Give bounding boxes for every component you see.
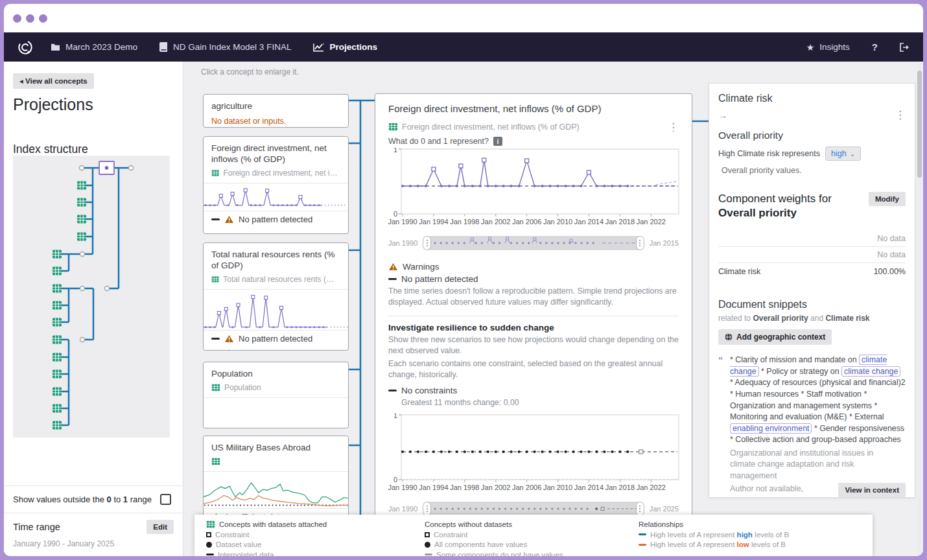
svg-text:Jan 1998: Jan 1998 xyxy=(450,218,479,226)
concept-card[interactable]: US Military Bases AbroadInsufficient dat… xyxy=(203,436,349,519)
chevron-left-icon: ◂ xyxy=(19,77,25,85)
concept-detail-panel[interactable]: Foreign direct investment, net inflows (… xyxy=(375,93,692,518)
scrollbar-thumb[interactable] xyxy=(917,71,922,178)
kebab-menu-icon[interactable]: ⋮ xyxy=(895,108,906,122)
logout-icon xyxy=(900,43,910,52)
svg-text:Jan 2022: Jan 2022 xyxy=(637,218,666,226)
concept-node[interactable] xyxy=(129,166,134,170)
scenario-chart[interactable]: 10Jan 1990Jan 1994Jan 1998Jan 2002Jan 20… xyxy=(388,414,680,494)
dataset-node[interactable] xyxy=(53,301,62,310)
svg-text:Jan 2006: Jan 2006 xyxy=(512,218,541,226)
concept-node[interactable] xyxy=(80,286,85,291)
nav-projections[interactable]: Projections xyxy=(313,42,377,52)
legend-item: All components have values xyxy=(425,540,563,550)
detail-dataset-row: Foreign direct investment, net inflows (… xyxy=(388,122,679,132)
index-structure-tree[interactable] xyxy=(13,156,170,438)
view-in-context-button[interactable]: View in context xyxy=(838,483,906,497)
app-logo[interactable] xyxy=(17,39,34,56)
concept-card[interactable]: agricultureNo dataset or inputs. xyxy=(203,94,349,128)
projection-chart[interactable]: 10Jan 1990Jan 1994Jan 1998Jan 2002Jan 20… xyxy=(388,148,680,228)
dataset-node[interactable] xyxy=(77,181,86,190)
card-sparkline xyxy=(204,289,348,331)
legend-item: Some components do not have values xyxy=(425,550,563,556)
nav-help[interactable]: ? xyxy=(872,41,878,52)
slider-track[interactable] xyxy=(423,502,644,516)
kebab-menu-icon[interactable]: ⋮ xyxy=(668,122,679,132)
svg-text:Jan 2022: Jan 2022 xyxy=(637,484,666,491)
table-icon xyxy=(211,457,220,466)
card-sparkline xyxy=(204,471,348,509)
dataset-node[interactable] xyxy=(53,285,62,293)
snippet-source: Organizational and institutional issues … xyxy=(730,448,895,482)
highlighted-term[interactable]: climate change xyxy=(841,366,900,377)
legend-header: Relationships xyxy=(639,519,789,530)
dataset-node[interactable] xyxy=(53,370,62,379)
edit-time-range-button[interactable]: Edit xyxy=(147,520,174,534)
dash-icon xyxy=(425,554,432,555)
modify-weights-button[interactable]: Modify xyxy=(869,192,906,206)
concept-card-title: Total natural resources rents (% of GDP) xyxy=(204,243,348,275)
svg-text:0: 0 xyxy=(393,210,397,218)
value-dot-icon xyxy=(206,542,212,548)
window-control-dot[interactable] xyxy=(39,14,47,23)
view-all-concepts-button[interactable]: ◂ View all concepts xyxy=(13,73,94,89)
sidebar: ◂ View all concepts Projections Index st… xyxy=(4,62,183,556)
window-control-dot[interactable] xyxy=(26,14,34,23)
dataset-node[interactable] xyxy=(77,233,86,241)
dataset-node[interactable] xyxy=(53,388,62,396)
slider-handle-left[interactable] xyxy=(423,502,431,516)
card-dataset-label: Population xyxy=(224,383,261,392)
concept-card[interactable]: Total natural resources rents (% of GDP)… xyxy=(203,242,349,351)
concept-node[interactable] xyxy=(105,286,110,291)
nav-logout[interactable] xyxy=(900,43,910,52)
dataset-node[interactable] xyxy=(53,336,62,344)
index-structure-heading: Index structure xyxy=(13,143,183,156)
nav-model[interactable]: ND Gain Index Model 3 FINAL xyxy=(159,42,291,52)
concept-node[interactable] xyxy=(80,252,85,257)
dataset-node[interactable] xyxy=(77,215,86,224)
dataset-node[interactable] xyxy=(53,404,62,413)
legend-item: Constraint xyxy=(206,530,327,540)
time-range-slider: Jan 1990 Jan 2015 xyxy=(388,236,679,250)
dataset-node[interactable] xyxy=(53,353,62,362)
concept-node[interactable] xyxy=(80,166,84,170)
legend-item-label: Interpolated data xyxy=(218,551,274,556)
represents-dropdown[interactable]: high⌄ xyxy=(825,146,861,161)
legend-item-label: Dataset value xyxy=(216,541,261,548)
window-control-dot[interactable] xyxy=(13,14,21,23)
concept-card[interactable]: Foreign direct investment, net inflows (… xyxy=(203,136,349,234)
svg-text:Jan 1994: Jan 1994 xyxy=(419,484,448,491)
concept-node[interactable] xyxy=(80,338,85,342)
detail-title: Foreign direct investment, net inflows (… xyxy=(388,103,679,114)
detail-dataset-label: Foreign direct investment, net inflows (… xyxy=(402,122,580,132)
slider-track[interactable] xyxy=(423,236,644,250)
target-concept-title: Overall priority xyxy=(718,130,906,141)
dataset-node[interactable] xyxy=(53,318,62,327)
legend-item-label: All components have values xyxy=(434,541,527,548)
show-values-checkbox[interactable] xyxy=(160,494,171,505)
concept-card-title: Population xyxy=(204,362,348,383)
slider-handle-right[interactable] xyxy=(636,236,644,250)
slider-handle-right[interactable] xyxy=(636,502,644,516)
constraints-item: No constraints xyxy=(388,386,679,395)
info-icon[interactable]: i xyxy=(493,137,502,146)
represents-row: High Climate risk represents high⌄ xyxy=(718,146,906,161)
svg-text:1: 1 xyxy=(393,148,397,154)
add-geographic-context-button[interactable]: Add geographic context xyxy=(718,329,832,345)
nav-insights[interactable]: ★ Insights xyxy=(806,42,850,52)
warning-item: No pattern detected xyxy=(388,274,679,284)
slider-handle-left[interactable] xyxy=(423,236,431,250)
legend-item: High levels of A represent low levels of… xyxy=(639,540,789,550)
nav-workspace[interactable]: March 2023 Demo xyxy=(51,42,137,52)
legend-bar: Concepts with datasets attachedConstrain… xyxy=(194,515,873,556)
page-scrollbar[interactable] xyxy=(917,63,922,555)
dataset-node[interactable] xyxy=(77,198,86,207)
legend-item: Interpolated data xyxy=(206,550,327,556)
window-titlebar xyxy=(4,4,923,32)
legend-column: Concepts with datasets attachedConstrain… xyxy=(206,519,327,556)
concept-card[interactable]: PopulationPopulation xyxy=(203,362,349,428)
highlighted-term[interactable]: enabling environment xyxy=(730,423,812,434)
dataset-node[interactable] xyxy=(53,250,62,259)
dataset-node[interactable] xyxy=(53,267,62,275)
dataset-node[interactable] xyxy=(53,421,62,430)
